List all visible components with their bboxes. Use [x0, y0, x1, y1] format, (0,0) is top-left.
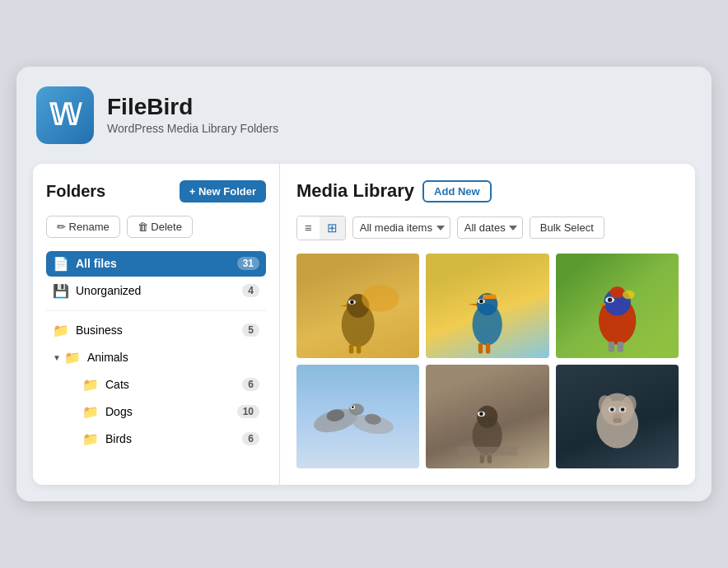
dates-filter[interactable]: All dates 2024 2023: [457, 216, 523, 239]
bulk-select-button[interactable]: Bulk Select: [530, 216, 604, 239]
svg-point-20: [608, 297, 612, 301]
folder-divider: [46, 310, 266, 311]
image-cell-2[interactable]: [426, 254, 548, 358]
folder-icon-business: 📁: [53, 323, 69, 338]
folder-label-birds: Birds: [105, 432, 242, 445]
image-cell-3[interactable]: [556, 254, 679, 358]
content-area: Media Library Add New ≡ ⊞ All media item…: [280, 164, 695, 486]
arrow-toggle-animals: ▼: [53, 353, 61, 362]
app-subtitle: WordPress Media Library Folders: [107, 122, 278, 135]
svg-point-18: [609, 286, 624, 298]
bird-svg-2: [426, 254, 548, 358]
folder-icon-cats: 📁: [82, 377, 99, 393]
media-type-filter[interactable]: All media items Images Video: [352, 216, 450, 239]
folder-icon-all-files: 📄: [53, 256, 69, 272]
bird-svg-1: [296, 254, 419, 358]
svg-rect-24: [617, 342, 623, 352]
folder-count-birds: 6: [242, 432, 259, 445]
folder-icon-unorganized: 💾: [53, 283, 69, 299]
svg-point-22: [623, 290, 635, 299]
svg-marker-37: [469, 416, 477, 418]
grid-view-button[interactable]: ⊞: [320, 216, 345, 240]
folder-item-animals[interactable]: ▼ 📁 Animals: [46, 345, 266, 370]
image-cell-4[interactable]: [296, 365, 419, 469]
folder-item-dogs[interactable]: 📁 Dogs 10: [46, 399, 266, 425]
folder-list: 📄 All files 31 💾 Unorganized 4 📁 Busines…: [46, 251, 266, 452]
svg-marker-13: [468, 303, 477, 305]
svg-point-29: [349, 403, 364, 416]
folder-item-birds[interactable]: 📁 Birds 6: [46, 426, 266, 452]
folder-item-cats[interactable]: 📁 Cats 6: [46, 372, 266, 398]
image-cell-1[interactable]: [296, 254, 419, 358]
svg-rect-6: [357, 344, 361, 353]
folder-label-unorganized: Unorganized: [76, 284, 242, 297]
folder-item-all-files[interactable]: 📄 All files 31: [46, 251, 266, 277]
folder-count-dogs: 10: [237, 405, 259, 418]
folder-icon-animals: 📁: [64, 350, 81, 365]
dog-svg-6: [556, 365, 679, 469]
folder-label-animals: Animals: [87, 351, 259, 364]
delete-button[interactable]: 🗑 Delete: [127, 216, 193, 238]
image-grid: [296, 254, 679, 469]
app-header: 𝕎 FileBird WordPress Media Library Folde…: [33, 86, 695, 144]
folder-item-unorganized[interactable]: 💾 Unorganized 4: [46, 278, 266, 304]
app-title: FileBird: [107, 95, 278, 120]
svg-point-34: [477, 405, 497, 427]
bird-svg-5: [426, 365, 548, 469]
wordpress-icon: 𝕎: [49, 98, 82, 133]
folder-count-cats: 6: [242, 378, 259, 391]
sidebar: Folders + New Folder ✏ Rename 🗑 Delete 📄…: [33, 164, 280, 486]
folder-label-business: Business: [76, 324, 242, 337]
svg-rect-40: [458, 446, 518, 455]
view-toggle: ≡ ⊞: [296, 216, 346, 240]
app-wrapper: 𝕎 FileBird WordPress Media Library Folde…: [16, 67, 712, 502]
svg-point-31: [352, 406, 354, 408]
image-cell-5[interactable]: [426, 365, 548, 469]
main-panel: Folders + New Folder ✏ Rename 🗑 Delete 📄…: [33, 164, 695, 486]
folder-icon-dogs: 📁: [82, 404, 99, 420]
svg-rect-10: [483, 294, 497, 298]
folder-icon-birds: 📁: [82, 431, 99, 447]
folder-count-business: 5: [242, 324, 259, 337]
content-title: Media Library: [296, 180, 414, 202]
image-cell-6[interactable]: [556, 365, 679, 469]
sidebar-title: Folders: [46, 182, 105, 201]
folder-label-cats: Cats: [105, 378, 242, 391]
list-view-button[interactable]: ≡: [297, 216, 320, 240]
folder-label-dogs: Dogs: [105, 405, 237, 418]
add-new-button[interactable]: Add New: [422, 180, 492, 203]
bird-svg-3: [556, 254, 679, 358]
svg-point-36: [479, 412, 483, 416]
sidebar-actions: ✏ Rename 🗑 Delete: [46, 216, 266, 238]
svg-point-48: [620, 407, 624, 412]
svg-rect-15: [486, 342, 490, 353]
bird-svg-4: [296, 365, 419, 469]
toolbar: ≡ ⊞ All media items Images Video All dat…: [296, 216, 679, 240]
svg-rect-50: [613, 418, 622, 422]
app-title-block: FileBird WordPress Media Library Folders: [107, 95, 278, 135]
svg-rect-14: [478, 342, 483, 353]
folder-count-unorganized: 4: [242, 284, 259, 297]
new-folder-button[interactable]: + New Folder: [180, 180, 266, 203]
sidebar-header: Folders + New Folder: [46, 180, 266, 203]
rename-button[interactable]: ✏ Rename: [46, 216, 120, 238]
folder-count-all-files: 31: [237, 257, 259, 270]
svg-marker-21: [596, 302, 605, 305]
svg-point-12: [479, 299, 483, 303]
svg-rect-5: [349, 344, 353, 353]
svg-rect-23: [608, 342, 614, 352]
svg-marker-4: [339, 304, 347, 307]
folder-label-all-files: All files: [76, 257, 237, 270]
content-header: Media Library Add New: [296, 180, 679, 203]
svg-point-46: [610, 407, 614, 412]
app-logo: 𝕎: [36, 86, 94, 144]
svg-point-3: [350, 300, 354, 304]
svg-point-7: [362, 285, 399, 312]
folder-item-business[interactable]: 📁 Business 5: [46, 318, 266, 343]
